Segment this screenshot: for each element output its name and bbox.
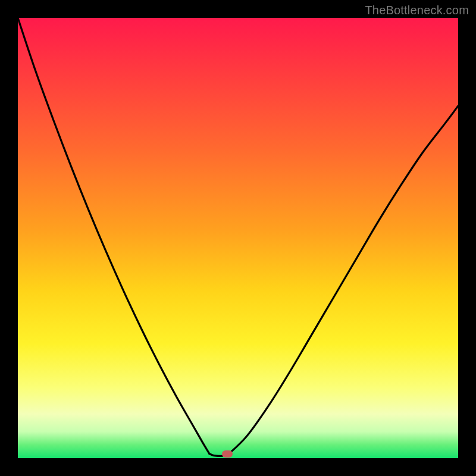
minimum-marker	[222, 450, 233, 458]
plot-area	[18, 18, 458, 458]
chart-frame: TheBottleneck.com	[0, 0, 476, 476]
bottleneck-curve	[18, 18, 458, 458]
curve-right-branch	[227, 106, 459, 456]
curve-left-branch	[18, 18, 209, 454]
watermark-text: TheBottleneck.com	[365, 4, 469, 17]
